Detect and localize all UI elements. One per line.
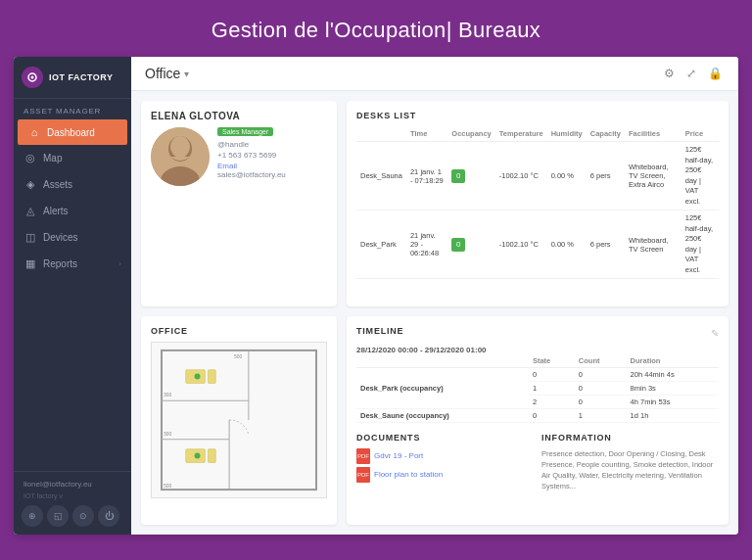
table-row: Desk_Park (occupancy) 0 0 20h 44min 4s — [356, 367, 719, 381]
tl-col-count: Count — [575, 354, 627, 368]
doc-item-1[interactable]: PDF Gdvr 19 - Port — [356, 448, 534, 464]
desk-occ-2: 0 — [447, 210, 494, 279]
tl-count-0: 0 — [575, 367, 627, 381]
tl-section-label-2: Desk_Saune (occupancy) — [356, 408, 529, 422]
occupancy-badge-2: 0 — [451, 238, 465, 252]
desk-occ-1: 0 — [447, 142, 494, 210]
desk-name-2: Desk_Park — [356, 210, 406, 279]
sidebar-item-label-assets: Assets — [43, 179, 72, 190]
sidebar-action-btn-2[interactable]: ◱ — [47, 505, 69, 527]
sidebar-item-label-alerts: Alerts — [43, 206, 69, 216]
svg-text:300: 300 — [164, 393, 171, 397]
desks-card: DESKS LIST Time Occupancy Temperature Hu… — [347, 101, 728, 306]
svg-text:300: 300 — [164, 431, 171, 436]
timeline-title: TIMELINE — [356, 326, 403, 336]
dashboard-icon: ⌂ — [27, 126, 41, 138]
email-link[interactable]: Email — [217, 162, 237, 170]
desk-price-1: 125€ half-day, 250€ day | VAT excl. — [682, 142, 719, 210]
assets-icon: ◈ — [24, 178, 37, 191]
profile-card: ELENA GLOTOVA Sales Manager @hand — [141, 101, 337, 306]
occupancy-badge-1: 0 — [451, 169, 465, 183]
sidebar-item-label-devices: Devices — [43, 232, 78, 243]
sidebar-item-alerts[interactable]: ◬ Alerts — [14, 198, 131, 224]
devices-icon: ◫ — [24, 231, 37, 244]
desk-temp-2: -1002.10 °C — [495, 210, 547, 279]
svg-rect-14 — [208, 448, 215, 462]
pdf-icon-1: PDF — [356, 448, 370, 464]
table-row: Desk_Park 21 janv. 29 - 06:26:48 0 -1002… — [356, 210, 719, 279]
floorplan-card: OFFICE — [141, 316, 337, 526]
profile-name: ELENA GLOTOVA — [151, 111, 327, 121]
lock-icon[interactable]: 🔒 — [706, 65, 725, 82]
desk-name-1: Desk_Sauna — [356, 142, 406, 210]
sidebar-item-label-map: Map — [43, 153, 62, 163]
topbar-actions: ⚙ ⤢ 🔒 — [662, 65, 725, 82]
page-title: Gestion de l'Occupation| Bureaux — [0, 18, 752, 43]
sidebar-nav: ⌂ Dashboard ◎ Map ◈ Assets ◬ Alerts ◫ De… — [14, 119, 131, 471]
sidebar-item-devices[interactable]: ◫ Devices — [14, 224, 131, 251]
tl-section-label-1: Desk_Park (occupancy) — [356, 367, 529, 408]
sidebar-item-reports[interactable]: ▦ Reports › — [14, 251, 131, 277]
col-occupancy: Occupancy — [447, 126, 494, 142]
desk-humidity-2: 0.00 % — [547, 210, 587, 279]
reports-chevron: › — [118, 259, 121, 268]
svg-point-16 — [195, 452, 201, 458]
bottom-row: DOCUMENTS PDF Gdvr 19 - Port PDF Floor p… — [356, 433, 719, 492]
desk-time-1: 21 janv. 1 - 07:18:29 — [406, 142, 447, 210]
tl-state-0: 0 — [529, 367, 575, 381]
desk-humidity-1: 0.00 % — [547, 142, 587, 210]
col-time: Time — [406, 126, 447, 142]
sidebar-item-assets[interactable]: ◈ Assets — [14, 171, 131, 198]
username: @handle — [217, 140, 286, 149]
sidebar-action-btn-4[interactable]: ⏻ — [98, 505, 119, 527]
sidebar-action-btn-1[interactable]: ⊕ — [22, 505, 43, 527]
tl-col-state: State — [529, 354, 575, 368]
topbar-title-text: Office — [145, 66, 180, 81]
documents-section: DOCUMENTS PDF Gdvr 19 - Port PDF Floor p… — [356, 433, 534, 492]
desk-capacity-1: 6 pers — [587, 142, 625, 210]
tl-state-1: 1 — [529, 381, 575, 395]
timeline-date: 28/12/2020 00:00 - 29/12/2020 01:00 — [356, 346, 719, 354]
settings-icon[interactable]: ⚙ — [662, 65, 677, 82]
svg-point-1 — [31, 76, 34, 79]
desks-table: Time Occupancy Temperature Humidity Capa… — [356, 126, 719, 279]
timeline-table-1: State Count Duration Desk_Park (occupanc… — [356, 354, 719, 423]
tl-col-duration: Duration — [627, 354, 719, 368]
tl-count-2: 0 — [575, 395, 627, 408]
timeline-header-row: TIMELINE ✎ — [356, 326, 719, 342]
desk-price-2: 125€ half-day, 250€ day | VAT excl. — [682, 210, 719, 279]
sidebar-version: IOT factory v — [22, 492, 123, 499]
tl-count-s2: 1 — [575, 408, 627, 422]
tl-count-1: 0 — [575, 381, 627, 395]
information-text: Presence detection, Door Opening / Closi… — [541, 448, 719, 492]
table-row: Desk_Saune (occupancy) 0 1 1d 1h — [356, 408, 719, 422]
docs-list: PDF Gdvr 19 - Port PDF Floor plan to sta… — [356, 448, 534, 483]
tl-duration-0: 20h 44min 4s — [627, 367, 719, 381]
sidebar-item-dashboard[interactable]: ⌂ Dashboard — [18, 119, 127, 145]
svg-text:500: 500 — [164, 484, 171, 489]
map-icon: ◎ — [24, 152, 37, 164]
desk-capacity-2: 6 pers — [587, 210, 625, 279]
col-price: Price — [682, 126, 719, 142]
col-capacity: Capacity — [587, 126, 625, 142]
edit-icon[interactable]: ✎ — [711, 328, 719, 339]
sidebar-footer: lionel@iotfactory.eu IOT factory v ⊕ ◱ ⊙… — [14, 471, 131, 535]
doc-item-2[interactable]: PDF Floor plan to station — [356, 467, 534, 483]
sidebar-action-btn-3[interactable]: ⊙ — [72, 505, 94, 527]
sidebar-item-map[interactable]: ◎ Map — [14, 145, 131, 171]
desks-title: DESKS LIST — [356, 111, 719, 120]
col-name — [356, 126, 406, 142]
user-email: lionel@iotfactory.eu — [22, 480, 123, 489]
app-container: IOT FACTORY ASSET MANAGER ⌂ Dashboard ◎ … — [14, 57, 738, 535]
role-badge: Sales Manager — [217, 127, 273, 136]
pdf-icon-2: PDF — [356, 467, 370, 483]
topbar-title: Office ▾ — [145, 66, 189, 81]
desk-time-2: 21 janv. 29 - 06:26:48 — [406, 210, 447, 279]
tl-state-2: 2 — [529, 395, 575, 408]
email-value: sales@iotfactory.eu — [217, 170, 286, 179]
expand-icon[interactable]: ⤢ — [684, 65, 698, 82]
content-area: ELENA GLOTOVA Sales Manager @hand — [131, 91, 738, 535]
tl-state-s2: 0 — [529, 408, 575, 422]
alerts-icon: ◬ — [24, 205, 37, 217]
information-section: INFORMATION Presence detection, Door Ope… — [541, 433, 719, 492]
